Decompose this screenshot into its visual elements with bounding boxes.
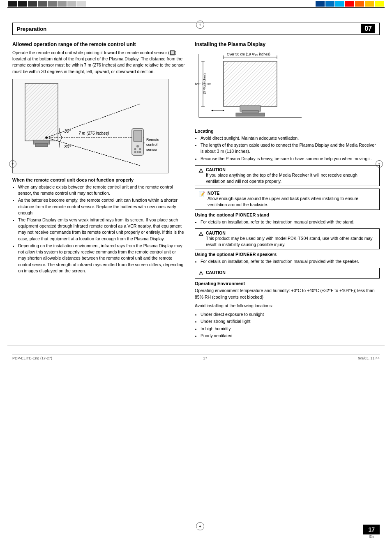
color-block-6 [58,1,67,7]
svg-text:sensor: sensor [146,147,157,152]
installing-title: Installing the Plasma Display [195,41,380,47]
svg-text:Over 50 cm (19 ¹¹⁄₁₆ inches): Over 50 cm (19 ¹¹⁄₁₆ inches) [227,52,270,56]
caution-box-1: ⚠ CAUTION If you place anything on the t… [195,165,380,186]
footer-area: PDP-ELITE-Eng (17-27) 17 9/9/03, 11:44 [12,354,380,360]
malfunction-title: When the remote control unit does not fu… [12,177,185,182]
footer-file-label: PDP-ELITE-Eng (17-27) [12,356,52,360]
avoid-text: Avoid installing at the following locati… [195,303,380,309]
svg-text:Remote: Remote [146,138,159,142]
avoid-item-3: In high humidity [201,326,380,332]
operating-env-section: Operating Environment Operating environm… [195,281,380,339]
svg-rect-3 [35,143,48,147]
avoid-item-1: Under direct exposure to sunlight [201,311,380,318]
caution-label-2: CAUTION [206,230,376,235]
svg-text:control: control [146,143,157,147]
color-block-r7 [375,1,384,7]
malfunction-section: When the remote control unit does not fu… [12,177,185,274]
svg-text:7 m (276 inches): 7 m (276 inches) [78,131,109,136]
color-block-r5 [355,1,364,7]
pioneer-stand-section: Using the optional PIONEER stand For det… [195,212,380,225]
footer-page-center: 17 [203,356,207,360]
svg-point-14 [134,148,136,150]
locating-list: Avoid direct sunlight. Maintain adequate… [195,135,380,162]
remote-range-title: Allowed operation range of the remote co… [12,41,185,47]
color-block-3 [28,1,37,7]
footer-date: 9/9/03, 11:44 [358,356,380,360]
top-decorative-bar [0,0,392,7]
note-content-1: NOTE Allow enough space around the upper… [208,191,376,207]
locating-title: Locating [195,129,380,134]
pioneer-stand-text: For details on installation, refer to th… [201,219,380,225]
caution-text-2: This product may be used only with model… [206,235,376,247]
pioneer-speakers-section: Using the optional PIONEER speakers For … [195,252,380,265]
remote-diagram-svg: 30° 30° 7 m (276 inches) Remote cont [13,79,168,173]
svg-text:(3 ¹⁵⁄₁₆ inches): (3 ¹⁵⁄₁₆ inches) [203,73,206,94]
svg-point-15 [139,148,141,150]
pioneer-stand-list: For details on installation, refer to th… [195,219,380,225]
caution-label-1: CAUTION [206,167,376,172]
malfunction-item-3: The Plasma Display emits very weak infra… [18,217,185,242]
avoid-item-4: Poorly ventilated [201,333,380,339]
pioneer-speakers-title: Using the optional PIONEER speakers [195,252,380,257]
page-number-box: 17 [363,525,380,534]
malfunction-item-1: When any obstacle exists between the rem… [18,184,185,196]
operating-env-title: Operating Environment [195,281,380,286]
color-block-r2 [325,1,334,7]
operating-env-text: Operating environment temperature and hu… [195,288,380,300]
svg-marker-40 [211,110,213,111]
lang-label: En [369,534,374,539]
caution-icon-2: ⚠ [198,231,203,237]
two-column-layout: Allowed operation range of the remote co… [12,41,380,342]
top-bar-left [0,0,196,7]
remote-diagram: 30° 30° 7 m (276 inches) Remote cont [12,79,168,173]
color-block-1 [8,1,17,7]
caution-box-2: ⚠ CAUTION This product may be used only … [195,228,380,249]
avoid-list: Under direct exposure to sunlight Under … [195,311,380,339]
color-block-2 [18,1,27,7]
installing-section: Installing the Plasma Display [195,41,380,339]
svg-rect-12 [134,130,142,142]
caution-text-1: If you place anything on the top of the … [206,172,376,184]
spacer [0,8,392,15]
svg-rect-1 [25,83,58,141]
note-icon-1: 📝 [198,191,205,197]
top-center-circle: + [196,21,204,29]
locating-section: Locating Avoid direct sunlight. Maintain… [195,129,380,162]
note-label-1: NOTE [208,191,376,196]
color-block-r4 [345,1,354,7]
svg-marker-41 [223,110,224,111]
left-column: Allowed operation range of the remote co… [12,41,185,342]
caution-content-2: CAUTION This product may be used only wi… [206,230,376,247]
color-block-r6 [365,1,374,7]
color-block-r1 [316,1,325,7]
color-block-8 [77,1,86,7]
svg-line-7 [46,138,140,166]
section-number: 07 [361,24,375,33]
svg-rect-29 [236,113,265,116]
malfunction-list: When any obstacle exists between the rem… [12,184,185,274]
color-block-r3 [335,1,344,7]
locating-item-1: Avoid direct sunlight. Maintain adequate… [201,135,380,141]
pioneer-speakers-text: For details on installation, refer to th… [201,258,380,265]
bottom-center-circle: + [196,522,204,530]
color-block-4 [38,1,47,7]
avoid-item-2: Under strong artificial light [201,318,380,325]
section-title: Preparation [17,26,46,32]
pioneer-stand-title: Using the optional PIONEER stand [195,212,380,217]
locating-item-2: The length of the system cable used to c… [201,142,380,154]
remote-range-intro: Operate the remote control unit while po… [12,50,185,75]
svg-text:30°: 30° [64,144,71,149]
malfunction-item-4: Depending on the installation environmen… [18,243,185,274]
sub-rule [7,15,385,15]
top-bar-right [196,0,392,7]
caution-label-3: CAUTION [206,270,376,275]
note-text-1: Allow enough space around the upper and … [208,196,376,207]
right-column: Installing the Plasma Display [195,41,380,342]
svg-text:30°: 30° [64,129,71,134]
color-block-7 [67,1,76,7]
bottom-rule [7,345,385,346]
malfunction-item-2: As the batteries become empty, the remot… [18,197,185,216]
display-diagram: Over 50 cm (19 ¹¹⁄₁₆ inches) Over 10 cm … [195,50,380,124]
caution-content-3: CAUTION [206,270,376,275]
caution-box-3: ⚠ CAUTION [195,268,380,279]
